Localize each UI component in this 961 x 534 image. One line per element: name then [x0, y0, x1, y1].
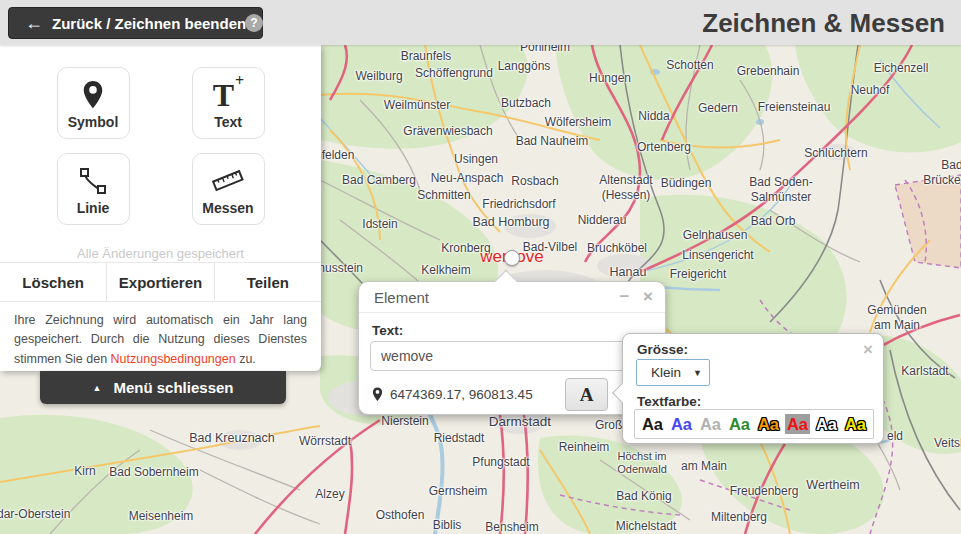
tool-symbol-button[interactable]: Symbol: [57, 67, 130, 139]
tool-symbol-label: Symbol: [68, 114, 119, 130]
close-menu-button[interactable]: ▲ Menü schliessen: [40, 371, 286, 404]
color-swatch[interactable]: Aa: [727, 414, 752, 435]
legal-notice-suffix: zu.: [236, 352, 256, 366]
color-swatch[interactable]: Aa: [669, 414, 694, 435]
chevron-up-icon: ▲: [93, 383, 102, 393]
text-style-button[interactable]: A: [565, 378, 608, 411]
popup-close-icon[interactable]: ×: [863, 340, 873, 360]
size-label: Grösse:: [637, 342, 688, 357]
text-input[interactable]: [370, 341, 656, 371]
color-swatch[interactable]: Aa: [785, 414, 810, 435]
action-button[interactable]: Löschen: [0, 263, 106, 301]
legal-notice: Ihre Zeichnung wird automatisch ein Jahr…: [14, 311, 307, 369]
drawing-tool-panel: Symbol T+ Text Linie: [0, 45, 321, 371]
ruler-icon: [193, 164, 264, 198]
actions-row: LöschenExportierenTeilen: [0, 262, 321, 302]
chevron-down-icon: ▼: [693, 368, 702, 378]
tool-grid: Symbol T+ Text Linie: [0, 67, 321, 225]
action-button[interactable]: Teilen: [214, 263, 321, 301]
page-title: Zeichnen & Messen: [702, 8, 945, 39]
save-status-text: Alle Änderungen gespeichert: [0, 246, 321, 261]
back-arrow-icon: ←: [25, 14, 43, 32]
polyline-icon: [58, 164, 129, 198]
map-pin-icon: [58, 78, 129, 112]
terms-link[interactable]: Nutzungsbedingungen: [111, 352, 236, 366]
minimize-icon[interactable]: –: [620, 286, 629, 306]
action-button[interactable]: Exportieren: [106, 263, 213, 301]
color-swatch[interactable]: Aa: [640, 414, 665, 435]
back-button-label: Zurück / Zeichnen beenden: [52, 15, 246, 32]
text-color-label: Textfarbe:: [637, 394, 701, 409]
color-swatch-row: AaAaAaAaAaAaAaAa: [634, 409, 874, 439]
tool-line-label: Linie: [77, 200, 110, 216]
tool-measure-label: Messen: [202, 200, 253, 216]
color-swatch[interactable]: Aa: [843, 414, 868, 435]
text-field-label: Text:: [372, 323, 403, 338]
help-icon[interactable]: ?: [245, 14, 263, 32]
color-swatch[interactable]: Aa: [698, 414, 723, 435]
text-plus-icon: T+: [193, 78, 264, 112]
close-menu-label: Menü schliessen: [113, 379, 233, 396]
location-pin-icon: [372, 387, 383, 402]
dialog-header: Element – ×: [359, 282, 665, 313]
close-icon[interactable]: ×: [643, 287, 653, 307]
color-swatch[interactable]: Aa: [814, 414, 839, 435]
dialog-title: Element: [374, 289, 429, 306]
marker-handle[interactable]: [504, 250, 520, 266]
coordinates-value: 6474369.17, 960813.45: [390, 387, 533, 402]
tool-text-button[interactable]: T+ Text: [192, 67, 265, 139]
size-select[interactable]: Klein ▼: [636, 359, 710, 386]
coordinates-row: 6474369.17, 960813.45: [372, 387, 533, 402]
size-select-value: Klein: [651, 365, 681, 380]
color-swatch[interactable]: Aa: [756, 414, 781, 435]
header-bar: ← Zurück / Zeichnen beenden ? Zeichnen &…: [0, 0, 961, 45]
tool-measure-button[interactable]: Messen: [192, 153, 265, 225]
tool-line-button[interactable]: Linie: [57, 153, 130, 225]
back-button[interactable]: ← Zurück / Zeichnen beenden: [8, 7, 263, 39]
text-style-popup: Grösse: × Klein ▼ Textfarbe: AaAaAaAaAaA…: [622, 333, 884, 444]
tool-text-label: Text: [214, 114, 242, 130]
